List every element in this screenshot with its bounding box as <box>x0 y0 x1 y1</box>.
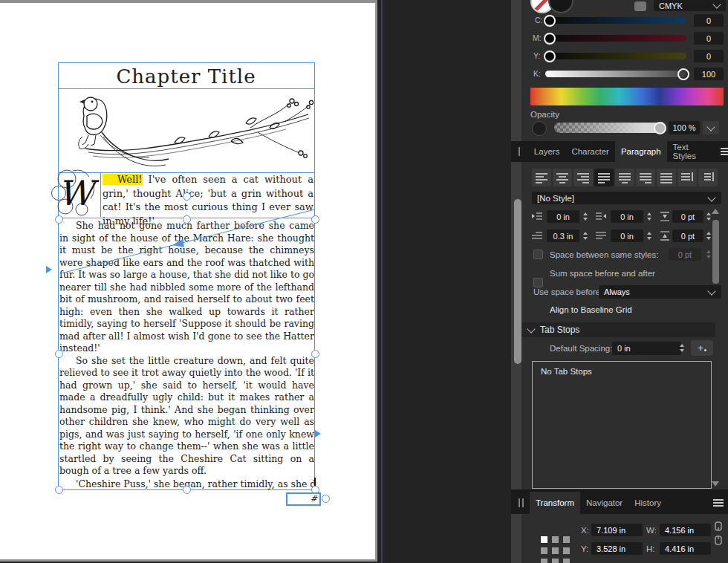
x-field[interactable]: 7.109 in <box>591 524 643 536</box>
panel-scrollbar-down-icon[interactable] <box>712 481 719 486</box>
panel-drag-handle-icon[interactable] <box>519 498 524 507</box>
anchor-top-left[interactable] <box>541 536 547 543</box>
panel-scrollbar-up-icon[interactable] <box>712 209 719 214</box>
anchor-mid-left[interactable] <box>541 547 547 554</box>
panel-menu-icon[interactable] <box>721 148 728 155</box>
chapter-title[interactable]: Chapter Title <box>59 64 313 89</box>
align-right-button[interactable] <box>573 169 593 186</box>
anchor-bot-left[interactable] <box>541 559 547 563</box>
right-indent-stepper[interactable] <box>645 210 653 223</box>
justify-right-button[interactable] <box>636 169 655 186</box>
use-space-before-label: Use space before: <box>533 287 602 296</box>
black-value-field[interactable]: 100 <box>694 68 724 80</box>
tab-navigator[interactable]: Navigator <box>580 492 628 514</box>
align-left-button[interactable] <box>532 169 551 186</box>
anchor-mid-right[interactable] <box>563 547 570 554</box>
magenta-slider-knob[interactable] <box>544 33 556 45</box>
opacity-value-field[interactable]: 100 % <box>669 121 700 134</box>
paragraph-3: So she set the little creature down, and… <box>59 355 314 478</box>
selection-handle[interactable] <box>55 215 63 224</box>
tab-stops-list[interactable]: No Tab Stops <box>532 361 712 489</box>
default-spacing-stepper[interactable] <box>677 342 686 354</box>
space-after-field[interactable]: 0 pt <box>672 230 703 242</box>
black-slider-track[interactable] <box>545 71 686 77</box>
tail-indent-field[interactable]: 0 in <box>611 230 643 242</box>
selection-handle[interactable] <box>183 215 191 224</box>
selection-handle[interactable] <box>311 215 319 224</box>
black-slider-knob[interactable] <box>677 68 689 80</box>
yellow-slider-track[interactable] <box>545 53 686 59</box>
justify-all-button[interactable] <box>657 169 676 186</box>
anchor-mid-center[interactable] <box>552 547 559 554</box>
color-spectrum-bar[interactable] <box>530 88 724 105</box>
yellow-value-field[interactable]: 0 <box>694 50 724 62</box>
swatch-options-icon[interactable] <box>634 1 646 11</box>
tab-text-styles[interactable]: Text Styles <box>667 141 708 162</box>
cyan-value-field[interactable]: 0 <box>694 14 724 27</box>
magenta-slider-track[interactable] <box>545 35 686 42</box>
opacity-slider-track[interactable] <box>554 123 666 133</box>
anchor-bot-center[interactable] <box>552 559 559 563</box>
bird-branch-illustration[interactable] <box>63 94 314 171</box>
text-flow-out-arrow[interactable] <box>315 430 321 437</box>
selection-handle[interactable] <box>55 486 63 494</box>
tab-paragraph[interactable]: Paragraph <box>615 141 667 162</box>
page-number-frame[interactable]: # <box>286 492 321 506</box>
sum-space-checkbox[interactable] <box>533 278 543 287</box>
panel-drag-handle-icon[interactable] <box>519 147 522 156</box>
tab-transform[interactable]: Transform <box>530 492 580 514</box>
link-dimensions-icon[interactable] <box>713 521 724 547</box>
yellow-slider-knob[interactable] <box>544 51 556 62</box>
pasteboard-guide-line <box>381 0 383 563</box>
h-field[interactable]: 4.416 in <box>660 542 711 555</box>
default-spacing-field[interactable]: 0 in <box>612 342 681 355</box>
selection-handle[interactable] <box>311 350 319 358</box>
selection-handle[interactable] <box>322 495 330 503</box>
align-center-button[interactable] <box>553 169 572 186</box>
align-away-from-spine-button[interactable] <box>698 169 718 186</box>
space-after-stepper[interactable] <box>704 230 712 242</box>
add-tab-stop-button[interactable]: + <box>691 340 713 356</box>
highlighted-word[interactable]: Well! <box>103 174 143 185</box>
opacity-swatch[interactable] <box>532 121 547 136</box>
first-line-indent-stepper[interactable] <box>581 230 589 242</box>
add-icon: + <box>698 342 703 354</box>
anchor-point-selector[interactable] <box>541 536 570 563</box>
right-indent-field[interactable]: 0 in <box>611 210 643 223</box>
y-field[interactable]: 3.528 in <box>591 542 643 555</box>
cyan-slider-knob[interactable] <box>544 15 556 27</box>
canvas-scrollbar-thumb[interactable] <box>514 199 521 364</box>
opacity-slider-knob[interactable] <box>654 122 666 134</box>
tab-character[interactable]: Character <box>565 141 615 162</box>
selection-handle[interactable] <box>183 486 191 494</box>
tail-indent-stepper[interactable] <box>645 230 653 242</box>
use-space-before-dropdown[interactable]: Always <box>599 285 721 299</box>
cyan-slider-track[interactable] <box>545 17 686 24</box>
paragraph-style-dropdown[interactable]: [No Style] <box>532 192 721 204</box>
tab-stops-section-header[interactable]: Tab Stops <box>521 322 715 337</box>
tab-history[interactable]: History <box>628 492 667 514</box>
space-between-same-styles-checkbox[interactable] <box>533 250 543 259</box>
tab-layers[interactable]: Layers <box>528 141 566 162</box>
anchor-top-right[interactable] <box>563 536 570 543</box>
left-indent-field[interactable]: 0 in <box>547 210 579 223</box>
anchor-top-center[interactable] <box>552 536 559 543</box>
justify-center-button[interactable] <box>615 169 634 186</box>
text-flow-in-arrow[interactable] <box>46 266 52 273</box>
left-indent-stepper[interactable] <box>581 210 589 223</box>
magenta-value-field[interactable]: 0 <box>694 32 724 45</box>
selection-handle[interactable] <box>55 350 63 358</box>
selection-handle[interactable] <box>183 192 191 201</box>
anchor-bot-right[interactable] <box>563 559 570 563</box>
justify-left-button[interactable] <box>594 169 614 186</box>
align-towards-spine-button[interactable] <box>677 169 697 186</box>
stroke-color-swatch[interactable] <box>548 0 573 13</box>
panel-menu-icon[interactable] <box>713 499 724 507</box>
h-label: H: <box>646 544 655 553</box>
space-before-field[interactable]: 0 pt <box>672 210 703 223</box>
first-line-indent-field[interactable]: 0.3 in <box>547 230 579 242</box>
opacity-preset-button[interactable] <box>703 121 719 134</box>
panel-scrollbar-thumb[interactable] <box>712 220 719 284</box>
w-field[interactable]: 4.156 in <box>660 524 711 536</box>
color-mode-dropdown[interactable]: CMYK <box>654 0 726 11</box>
